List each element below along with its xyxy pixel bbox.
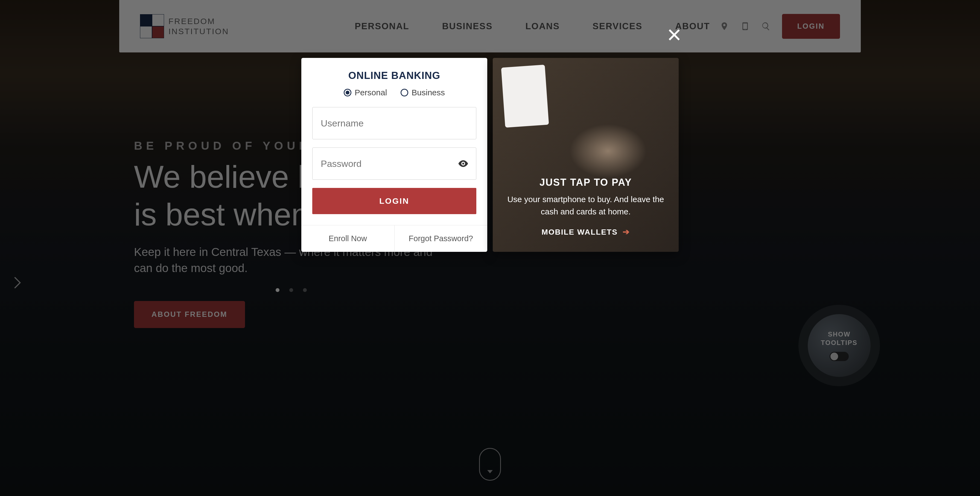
username-field-wrap — [312, 107, 476, 139]
radio-business[interactable]: Business — [401, 88, 445, 97]
promo-heading: JUST TAP TO PAY — [539, 177, 632, 188]
promo-phone-graphic — [501, 65, 549, 128]
radio-business-label: Business — [412, 88, 445, 97]
enroll-now-link[interactable]: Enroll Now — [301, 225, 395, 252]
radio-dot-filled-icon — [344, 89, 352, 97]
promo-body: Use your smartphone to buy. And leave th… — [505, 193, 666, 218]
promo-panel: JUST TAP TO PAY Use your smartphone to b… — [493, 58, 679, 252]
promo-cta-label: MOBILE WALLETS — [541, 228, 617, 236]
promo-cta-link[interactable]: MOBILE WALLETS ➔ — [541, 227, 630, 236]
login-heading: ONLINE BANKING — [301, 58, 487, 81]
modal-close-icon[interactable]: × — [667, 22, 681, 47]
forgot-password-link[interactable]: Forgot Password? — [395, 225, 488, 252]
username-input[interactable] — [321, 118, 468, 128]
online-banking-panel: ONLINE BANKING Personal Business LOGIN E… — [301, 58, 487, 252]
radio-personal-label: Personal — [355, 88, 387, 97]
login-modal: × ONLINE BANKING Personal Business LOGIN — [301, 58, 679, 252]
password-input[interactable] — [321, 158, 468, 169]
eye-show-password-icon[interactable] — [457, 158, 469, 170]
radio-personal[interactable]: Personal — [344, 88, 387, 97]
login-footer-links: Enroll Now Forgot Password? — [301, 225, 487, 252]
arrow-right-icon: ➔ — [623, 227, 630, 236]
promo-image — [493, 58, 679, 252]
radio-dot-empty-icon — [401, 89, 408, 97]
login-submit-button[interactable]: LOGIN — [312, 188, 476, 214]
password-field-wrap — [312, 147, 476, 180]
account-type-radios: Personal Business — [301, 88, 487, 97]
login-form: LOGIN — [301, 107, 487, 225]
